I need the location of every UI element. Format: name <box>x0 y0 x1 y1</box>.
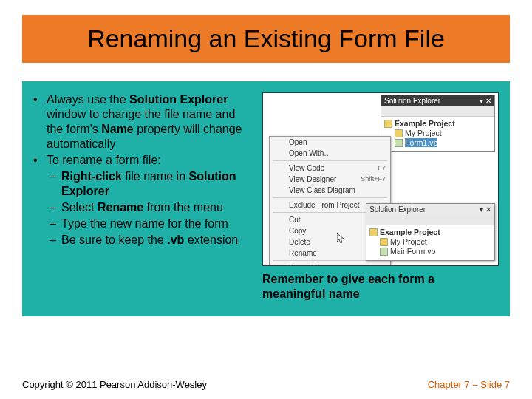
panel-titlebar: Solution Explorer ▾ ✕ <box>381 95 494 106</box>
image-column: Solution Explorer ▾ ✕ Example Project My… <box>262 92 499 301</box>
screenshot-illustration: Solution Explorer ▾ ✕ Example Project My… <box>262 92 499 266</box>
project-icon <box>369 228 378 236</box>
tree-mainform: MainForm.vb <box>369 247 491 256</box>
project-tree: Example Project My Project Form1.vb <box>381 117 494 151</box>
tree-project: Example Project <box>384 119 491 128</box>
bullet-column: Always use the Solution Explorer window … <box>33 92 251 301</box>
menu-open-with[interactable]: Open With… <box>270 148 390 159</box>
solution-explorer-panel-bottom: Solution Explorer ▾ ✕ Example Project My… <box>366 203 495 261</box>
bullet-1: Always use the Solution Explorer window … <box>33 92 251 151</box>
folder-icon <box>380 238 388 246</box>
vb-file-icon <box>380 248 388 256</box>
solution-explorer-panel-top: Solution Explorer ▾ ✕ Example Project My… <box>381 95 495 152</box>
folder-icon <box>395 129 403 137</box>
bullet-2b: Select Rename from the menu <box>47 200 251 215</box>
bullet-2a: Right-click file name in Solution Explor… <box>47 169 251 199</box>
tree-form1: Form1.vb <box>384 138 491 147</box>
panel-toolbar <box>381 106 494 117</box>
project-icon <box>384 120 392 128</box>
panel-title-2: Solution Explorer <box>369 205 426 214</box>
slide-title: Renaming an Existing Form File <box>87 24 445 53</box>
cursor-icon <box>337 233 344 244</box>
footer: Copyright © 2011 Pearson Addison-Wesley … <box>22 379 510 390</box>
bullet-2c: Type the new name for the form <box>47 216 251 231</box>
reminder-note: Remember to give each form a meaningful … <box>262 272 499 301</box>
panel-controls: ▾ ✕ <box>480 97 491 105</box>
copyright-text: Copyright © 2011 Pearson Addison-Wesley <box>22 379 207 390</box>
slide-number: Chapter 7 – Slide 7 <box>428 379 510 390</box>
title-bar: Renaming an Existing Form File <box>22 15 510 63</box>
panel-controls-2: ▾ ✕ <box>480 205 491 214</box>
bullet-2d: Be sure to keep the .vb extension <box>47 233 251 248</box>
menu-view-class-diagram[interactable]: View Class Diagram <box>270 185 390 196</box>
tree-project-2: Example Project <box>369 228 491 236</box>
tree-my-project-2: My Project <box>369 237 491 246</box>
menu-open[interactable]: Open <box>270 137 390 148</box>
vb-file-icon <box>395 139 403 147</box>
panel-titlebar-2: Solution Explorer ▾ ✕ <box>366 204 494 215</box>
panel-toolbar-2 <box>366 215 494 225</box>
bullet-2: To rename a form file: Right-click file … <box>33 153 251 248</box>
panel-title: Solution Explorer <box>384 97 440 105</box>
menu-view-code[interactable]: View CodeF7 <box>270 163 390 174</box>
tree-my-project: My Project <box>384 129 491 137</box>
content-area: Always use the Solution Explorer window … <box>22 81 510 316</box>
project-tree-2: Example Project My Project MainForm.vb <box>366 225 494 260</box>
menu-properties[interactable]: Properties <box>270 262 390 266</box>
menu-view-designer[interactable]: View DesignerShift+F7 <box>270 174 390 185</box>
